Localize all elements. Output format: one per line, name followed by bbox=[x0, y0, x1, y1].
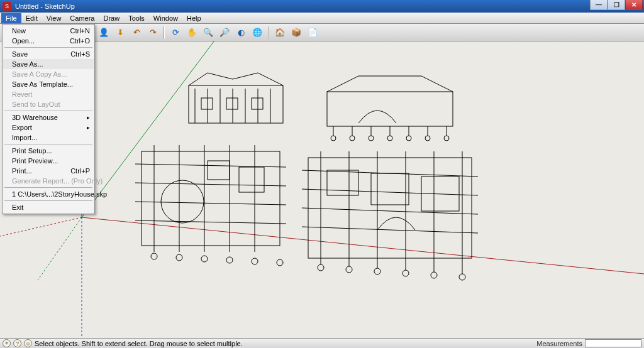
svg-point-15 bbox=[350, 136, 355, 141]
undo-icon[interactable]: ↶ bbox=[130, 26, 143, 40]
menu-item-label: 3D Warehouse bbox=[12, 114, 58, 121]
menu-separator bbox=[4, 47, 92, 48]
download-icon[interactable]: ⬇ bbox=[113, 26, 127, 40]
file-menu-exit[interactable]: Exit bbox=[3, 202, 94, 212]
component-icon[interactable]: 📦 bbox=[289, 26, 303, 40]
status-bar: ⌖ ? ☺ Select objects. Shift to extend se… bbox=[0, 338, 644, 348]
file-menu-3d-warehouse[interactable]: 3D Warehouse▸ bbox=[3, 112, 94, 122]
svg-point-42 bbox=[161, 180, 204, 223]
menu-separator bbox=[4, 144, 92, 144]
drawing-plan-left bbox=[135, 145, 286, 266]
status-hint: Select objects. Shift to extend select. … bbox=[35, 340, 243, 347]
menu-item-label: Exit bbox=[12, 204, 23, 211]
svg-rect-44 bbox=[239, 167, 264, 192]
menu-item-label: New bbox=[12, 27, 26, 35]
svg-point-40 bbox=[252, 258, 258, 264]
file-menu-import[interactable]: Import... bbox=[3, 133, 94, 143]
file-menu-save[interactable]: SaveCtrl+S bbox=[3, 49, 94, 59]
menu-edit[interactable]: Edit bbox=[21, 13, 42, 23]
menu-item-label: Save bbox=[12, 50, 28, 58]
menu-camera[interactable]: Camera bbox=[65, 13, 99, 23]
menu-item-label: Print... bbox=[12, 167, 32, 175]
menu-item-label: Revert bbox=[12, 90, 32, 98]
menu-window[interactable]: Window bbox=[149, 13, 182, 23]
menu-item-label: Send to LayOut bbox=[12, 101, 60, 108]
red-axis-neg bbox=[0, 217, 82, 236]
svg-point-59 bbox=[402, 270, 409, 276]
menu-item-label: Print Setup... bbox=[12, 147, 52, 155]
menu-item-label: Export bbox=[12, 124, 32, 131]
orbit-icon[interactable]: ⟳ bbox=[169, 26, 182, 40]
drawing-plan-right bbox=[302, 151, 478, 280]
svg-point-56 bbox=[318, 264, 324, 271]
svg-line-27 bbox=[135, 164, 286, 167]
submenu-arrow-icon: ▸ bbox=[87, 124, 90, 131]
geolocate-icon[interactable]: ⌖ bbox=[3, 339, 11, 347]
zoom-icon[interactable]: 🔍 bbox=[201, 26, 215, 40]
file-menu-send-to-layout: Send to LayOut bbox=[3, 99, 94, 109]
svg-rect-62 bbox=[327, 170, 358, 195]
person-badge-icon[interactable]: ☺ bbox=[24, 339, 32, 347]
menu-draw[interactable]: Draw bbox=[99, 13, 124, 23]
menu-tools[interactable]: Tools bbox=[124, 13, 149, 23]
menu-view[interactable]: View bbox=[42, 13, 66, 23]
person-icon[interactable]: 👤 bbox=[97, 26, 111, 40]
warehouse-icon[interactable]: 🏠 bbox=[273, 26, 287, 40]
measurements-input[interactable] bbox=[585, 339, 641, 347]
svg-point-17 bbox=[369, 136, 374, 141]
svg-rect-43 bbox=[208, 161, 230, 180]
svg-line-49 bbox=[302, 227, 478, 233]
file-menu-print-preview[interactable]: Print Preview... bbox=[3, 156, 94, 166]
zoom-extents-icon[interactable]: 🔎 bbox=[218, 26, 231, 40]
svg-point-61 bbox=[459, 274, 465, 280]
menu-file[interactable]: File bbox=[1, 13, 21, 23]
svg-line-28 bbox=[135, 183, 286, 186]
svg-rect-9 bbox=[226, 98, 238, 109]
svg-point-57 bbox=[346, 266, 352, 273]
submenu-arrow-icon: ▸ bbox=[87, 114, 90, 121]
file-menu-open[interactable]: Open...Ctrl+O bbox=[3, 36, 94, 46]
window-controls: — ❐ ✕ bbox=[590, 0, 643, 10]
viewport[interactable] bbox=[0, 41, 644, 338]
menu-help[interactable]: Help bbox=[182, 13, 206, 23]
menu-bar: File Edit View Camera Draw Tools Window … bbox=[0, 13, 644, 24]
file-menu-dropdown: NewCtrl+NOpen...Ctrl+OSaveCtrl+SSave As.… bbox=[2, 24, 95, 214]
maximize-button[interactable]: ❐ bbox=[608, 0, 625, 10]
model-view-canvas[interactable] bbox=[0, 41, 644, 338]
minimize-button[interactable]: — bbox=[590, 0, 608, 10]
close-button[interactable]: ✕ bbox=[625, 0, 643, 10]
file-menu-print[interactable]: Print...Ctrl+P bbox=[3, 166, 94, 176]
file-menu-1-c-users-2storyhouse-skp[interactable]: 1 C:\Users\...\2StoryHouse.skp bbox=[3, 189, 94, 199]
layout-icon[interactable]: 📄 bbox=[306, 26, 319, 40]
file-menu-export[interactable]: Export▸ bbox=[3, 122, 94, 133]
toolbar-separator bbox=[268, 26, 269, 39]
svg-point-60 bbox=[431, 272, 437, 278]
svg-point-39 bbox=[226, 257, 233, 263]
previous-view-icon[interactable]: ◐ bbox=[234, 26, 248, 40]
redo-icon[interactable]: ↷ bbox=[146, 26, 160, 40]
svg-point-36 bbox=[151, 253, 157, 259]
file-menu-print-setup[interactable]: Print Setup... bbox=[3, 146, 94, 156]
drawing-elevation-left bbox=[189, 73, 283, 123]
file-menu-new[interactable]: NewCtrl+N bbox=[3, 26, 94, 36]
menu-item-label: Import... bbox=[12, 134, 37, 141]
svg-point-21 bbox=[406, 136, 411, 141]
globe-icon[interactable]: 🌐 bbox=[250, 26, 264, 40]
file-menu-save-a-copy-as: Save A Copy As... bbox=[3, 69, 94, 79]
svg-point-13 bbox=[331, 136, 336, 141]
svg-rect-10 bbox=[252, 98, 263, 109]
svg-rect-0 bbox=[189, 85, 283, 123]
menu-item-label: Open... bbox=[12, 37, 35, 45]
window-title: Untitled - SketchUp bbox=[15, 3, 75, 10]
svg-point-25 bbox=[444, 136, 449, 141]
credits-icon[interactable]: ? bbox=[13, 339, 21, 347]
toolbar-separator bbox=[164, 26, 165, 39]
pan-icon[interactable]: ✋ bbox=[185, 26, 199, 40]
file-menu-save-as-template[interactable]: Save As Template... bbox=[3, 79, 94, 89]
svg-point-19 bbox=[387, 136, 392, 141]
menu-item-label: Print Preview... bbox=[12, 157, 58, 165]
file-menu-save-as[interactable]: Save As... bbox=[3, 59, 94, 69]
title-bar: S Untitled - SketchUp — ❐ ✕ bbox=[0, 0, 644, 13]
svg-line-47 bbox=[302, 189, 478, 195]
menu-item-shortcut: Ctrl+P bbox=[64, 167, 90, 175]
